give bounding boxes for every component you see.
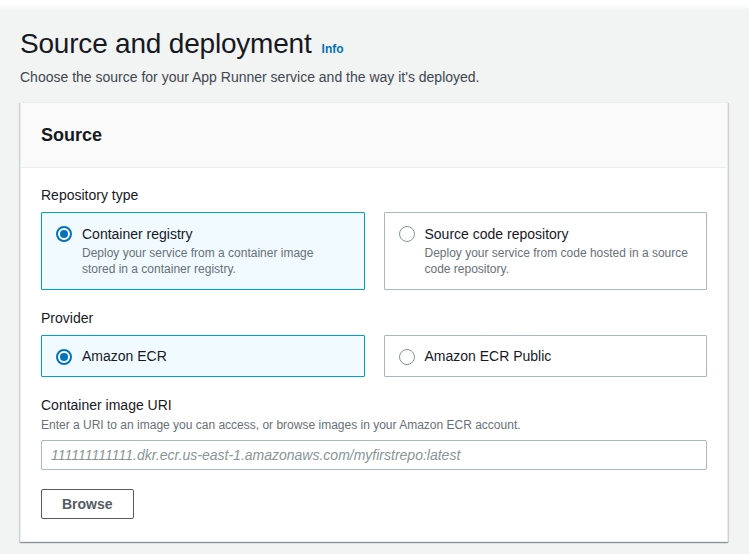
tile-desc-container-registry: Deploy your service from a container ima… bbox=[82, 245, 350, 277]
source-deployment-page: Source and deployment Info Choose the so… bbox=[0, 28, 749, 542]
source-panel-body: Repository type Container registry Deplo… bbox=[21, 168, 727, 541]
radio-source-code-repository[interactable] bbox=[399, 226, 415, 242]
page-title: Source and deployment bbox=[20, 28, 312, 60]
tile-source-code-repository[interactable]: Source code repository Deploy your servi… bbox=[384, 212, 708, 290]
top-edge-strip bbox=[0, 0, 749, 11]
repository-type-label: Repository type bbox=[41, 186, 707, 204]
radio-amazon-ecr[interactable] bbox=[56, 349, 72, 365]
radio-container-registry[interactable] bbox=[56, 226, 72, 242]
provider-label: Provider bbox=[41, 309, 707, 327]
page-subtitle: Choose the source for your App Runner se… bbox=[20, 69, 728, 85]
container-image-uri-field: Container image URI Enter a URI to an im… bbox=[41, 396, 707, 470]
info-link[interactable]: Info bbox=[322, 42, 344, 56]
container-image-uri-description: Enter a URI to an image you can access, … bbox=[41, 417, 707, 433]
tile-container-registry[interactable]: Container registry Deploy your service f… bbox=[41, 212, 365, 290]
container-image-uri-label: Container image URI bbox=[41, 396, 707, 414]
tile-amazon-ecr-public[interactable]: Amazon ECR Public bbox=[384, 335, 708, 377]
container-image-uri-input[interactable] bbox=[41, 440, 707, 470]
source-panel-header: Source bbox=[21, 103, 727, 168]
source-panel: Source Repository type Container registr… bbox=[20, 102, 728, 542]
repository-type-field: Repository type Container registry Deplo… bbox=[41, 186, 707, 290]
radio-amazon-ecr-public[interactable] bbox=[399, 349, 415, 365]
source-panel-title: Source bbox=[41, 125, 707, 146]
tile-title-container-registry: Container registry bbox=[82, 225, 350, 243]
page-header: Source and deployment Info Choose the so… bbox=[20, 28, 728, 85]
tile-desc-source-code-repository: Deploy your service from code hosted in … bbox=[425, 245, 693, 277]
tile-amazon-ecr[interactable]: Amazon ECR bbox=[41, 335, 365, 377]
browse-button[interactable]: Browse bbox=[41, 489, 134, 519]
tile-title-amazon-ecr: Amazon ECR bbox=[82, 347, 167, 365]
tile-title-amazon-ecr-public: Amazon ECR Public bbox=[425, 347, 552, 365]
provider-field: Provider Amazon ECR Amazon ECR Public bbox=[41, 309, 707, 377]
tile-title-source-code-repository: Source code repository bbox=[425, 225, 693, 243]
